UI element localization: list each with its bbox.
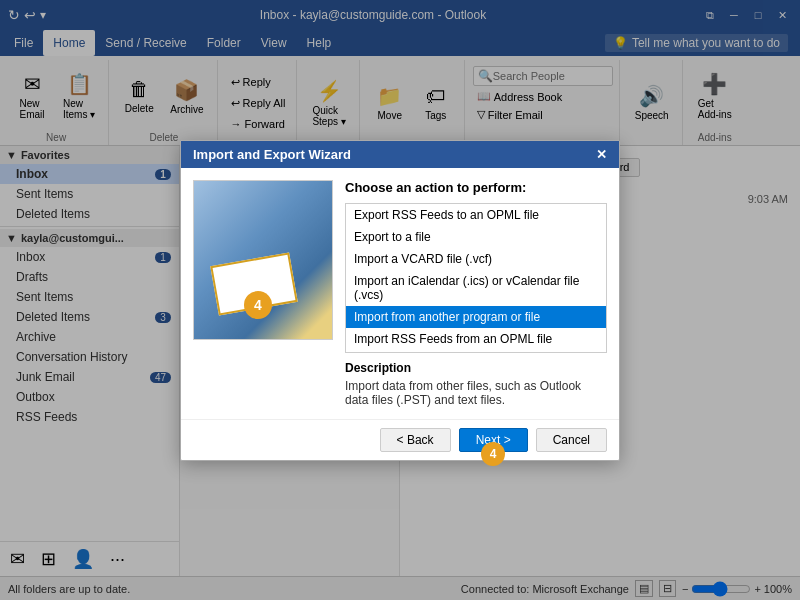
- dialog-list-item-2[interactable]: Export to a file: [346, 226, 606, 248]
- dialog-action-label: Choose an action to perform:: [345, 180, 607, 195]
- dialog-list-item-4[interactable]: Import an iCalendar (.ics) or vCalendar …: [346, 270, 606, 306]
- dialog-desc-text: Import data from other files, such as Ou…: [345, 379, 607, 407]
- dialog-cancel-button[interactable]: Cancel: [536, 428, 607, 452]
- dialog-next-badge-number: 4: [490, 447, 497, 461]
- dialog-list[interactable]: Export RSS Feeds to an OPML file Export …: [345, 203, 607, 353]
- dialog-list-item-3[interactable]: Import a VCARD file (.vcf): [346, 248, 606, 270]
- dialog-body: 4 Choose an action to perform: Export RS…: [181, 168, 619, 419]
- import-export-dialog: Import and Export Wizard ✕ 4 Choose an a…: [180, 140, 620, 461]
- dialog-desc-label: Description: [345, 361, 607, 375]
- dialog-step-number: 4: [254, 297, 262, 313]
- dialog-back-button[interactable]: < Back: [380, 428, 451, 452]
- dialog-title: Import and Export Wizard: [193, 147, 351, 162]
- dialog-list-item-5[interactable]: Import from another program or file: [346, 306, 606, 328]
- dialog-footer: < Back Next > 4 Cancel: [181, 419, 619, 460]
- dialog-list-item-7[interactable]: Import RSS Feeds from the Common Feed Li…: [346, 350, 606, 353]
- dialog-title-bar: Import and Export Wizard ✕: [181, 141, 619, 168]
- dialog-description: Description Import data from other files…: [345, 361, 607, 407]
- dialog-image: 4: [193, 180, 333, 340]
- dialog-list-item-6[interactable]: Import RSS Feeds from an OPML file: [346, 328, 606, 350]
- dialog-close-icon[interactable]: ✕: [596, 147, 607, 162]
- dialog-content: Choose an action to perform: Export RSS …: [345, 180, 607, 407]
- dialog-next-badge: 4: [481, 442, 505, 466]
- dialog-overlay: Import and Export Wizard ✕ 4 Choose an a…: [0, 0, 800, 600]
- dialog-list-item-1[interactable]: Export RSS Feeds to an OPML file: [346, 204, 606, 226]
- dialog-step-badge: 4: [244, 291, 272, 319]
